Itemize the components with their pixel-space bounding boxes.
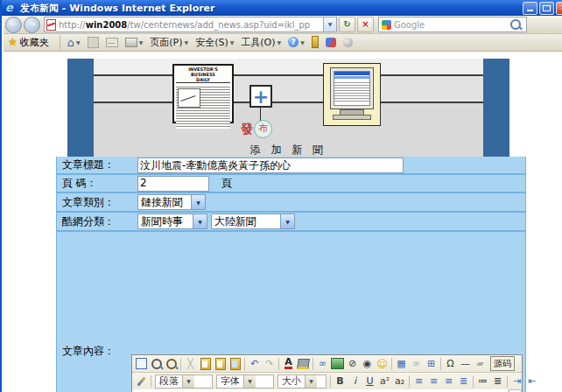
article-title-input[interactable]: 汶川地震-牽動億萬炎黃子孫的心 <box>137 158 404 173</box>
redo-button[interactable]: ↷ <box>262 356 277 371</box>
search-input[interactable]: Google <box>378 17 527 32</box>
search-icon[interactable] <box>510 19 521 30</box>
media-button[interactable]: ◉ <box>360 356 375 371</box>
justify-button[interactable]: ≣ <box>456 374 471 388</box>
outdent-button[interactable]: ⇤ <box>524 374 539 388</box>
align-right-button[interactable]: ≡ <box>441 374 456 388</box>
safety-menu[interactable]: 安全(S) ▼ <box>192 34 237 50</box>
help-button[interactable]: ? ▼ <box>285 34 308 50</box>
coolnet-select-2[interactable]: 大陸新聞 ▼ <box>211 214 295 229</box>
research-button[interactable] <box>340 34 356 50</box>
tools-menu[interactable]: 工具(O) ▼ <box>237 34 285 50</box>
article-content-label: 文章內容： <box>57 344 137 359</box>
coolnet-value-2: 大陸新聞 <box>214 214 256 229</box>
paragraph-format-select[interactable]: 段落 ▼ <box>155 374 213 388</box>
stop-button[interactable]: × <box>357 17 374 32</box>
title-bar: e 发布新闻 - Windows Internet Explorer × <box>2 0 562 16</box>
undo-button[interactable]: ↶ <box>247 356 262 371</box>
template-icon <box>136 358 147 369</box>
bullet-list-button[interactable]: ≣ <box>490 374 505 388</box>
align-center-button[interactable]: ≡ <box>426 374 441 388</box>
select-arrow-icon[interactable]: ▼ <box>191 195 205 209</box>
newspaper-image: INVESTOR'S BUSINESS DAILY <box>172 64 234 123</box>
banner-band <box>94 59 483 74</box>
smiley-button[interactable]: ☺ <box>375 356 390 371</box>
special-char-button[interactable]: Ω <box>443 356 458 371</box>
page-number-input[interactable]: 2 <box>137 176 209 192</box>
page-menu[interactable]: 页面(P) ▼ <box>146 34 192 50</box>
favorites-button[interactable]: ★ 收藏夹 <box>4 36 56 49</box>
url-host: win2008 <box>86 20 128 30</box>
horizontal-rule-button[interactable]: — <box>458 356 473 371</box>
newspaper-title-line2: DAILY <box>196 77 210 82</box>
close-button[interactable]: × <box>556 2 562 15</box>
feeds-icon <box>88 37 99 48</box>
onenote-button[interactable] <box>308 34 322 50</box>
feeds-button[interactable] <box>84 34 102 50</box>
brush-icon <box>137 376 145 386</box>
link-button[interactable]: ∞ <box>315 356 330 371</box>
italic-button[interactable]: i <box>348 374 362 388</box>
restore-button[interactable] <box>539 2 554 15</box>
text-color-button[interactable]: A <box>281 356 296 371</box>
address-dropdown-button[interactable]: ▼ <box>324 17 337 32</box>
background-color-button[interactable] <box>296 356 311 371</box>
cut-button[interactable]: ╳ <box>183 356 198 371</box>
plus-icon: + <box>249 85 272 108</box>
separator <box>473 375 474 388</box>
article-category-select[interactable]: 鏈接新聞 ▼ <box>137 194 206 210</box>
superscript-button[interactable]: a² <box>377 374 392 388</box>
style-brush-button[interactable] <box>134 374 149 388</box>
newspaper-chart <box>178 88 200 108</box>
select-arrow-icon: ▼ <box>305 375 317 388</box>
image-button[interactable] <box>330 356 345 371</box>
home-button[interactable]: ⌂ ▼ <box>64 34 84 50</box>
select-arrow-icon: ▼ <box>182 375 194 388</box>
font-family-select[interactable]: 字体 ▼ <box>216 374 274 388</box>
underline-button[interactable]: U <box>362 374 377 388</box>
messenger-button[interactable] <box>322 34 340 50</box>
window-controls: × <box>523 2 562 15</box>
print-button[interactable]: ▼ <box>122 34 147 50</box>
separator <box>440 358 441 370</box>
banner-line <box>94 102 483 103</box>
paste-button[interactable] <box>198 356 213 371</box>
print-icon <box>125 38 137 47</box>
select-arrow-icon[interactable]: ▼ <box>193 214 207 228</box>
favorites-label: 收藏夹 <box>20 36 49 49</box>
font-family-value: 字体 <box>217 374 243 388</box>
select-arrow-icon[interactable]: ▼ <box>280 214 294 228</box>
flash-button[interactable]: ⊘ <box>345 356 360 371</box>
separator <box>60 35 60 49</box>
preview-button[interactable] <box>149 356 164 371</box>
read-mail-button[interactable] <box>102 34 122 50</box>
chevron-down-icon: ▼ <box>277 39 282 46</box>
paste-text-button[interactable] <box>213 356 228 371</box>
indent-button[interactable]: ⇥ <box>509 374 524 388</box>
align-left-button[interactable]: ≡ <box>411 374 426 388</box>
unlink-button[interactable]: ∞ <box>409 356 424 371</box>
find-button[interactable] <box>164 356 179 371</box>
content-row: 文章內容： ╳ ↶ ↷ <box>57 232 525 391</box>
back-button[interactable]: ← <box>5 17 22 33</box>
eraser-button[interactable]: ▰ <box>473 356 488 371</box>
minimize-button[interactable] <box>523 2 537 15</box>
chevron-down-icon: ▼ <box>230 39 235 46</box>
table-button[interactable]: ▦ <box>394 356 409 371</box>
form-grid-button[interactable]: ⊞ <box>424 356 439 371</box>
refresh-button[interactable]: ↻ <box>339 17 355 32</box>
subscript-button[interactable]: a₂ <box>392 374 407 388</box>
source-code-button[interactable]: 源码 <box>490 356 515 371</box>
preview-icon <box>151 359 162 369</box>
coolnet-select-1[interactable]: 新聞時事 ▼ <box>137 214 207 229</box>
bold-button[interactable]: B <box>333 374 348 388</box>
template-button[interactable] <box>134 356 149 371</box>
paste-word-button[interactable] <box>228 356 242 371</box>
article-title-label: 文章標題： <box>57 158 137 172</box>
address-bar: ← → http://win2008/tw/centernews/add_new… <box>4 16 562 34</box>
font-size-value: 大小 <box>278 374 305 388</box>
numbered-list-button[interactable]: ≔ <box>475 374 490 388</box>
address-input[interactable]: http://win2008/tw/centernews/add_news.as… <box>44 17 324 32</box>
font-size-select[interactable]: 大小 ▼ <box>277 374 327 388</box>
forward-button[interactable]: → <box>24 17 40 33</box>
